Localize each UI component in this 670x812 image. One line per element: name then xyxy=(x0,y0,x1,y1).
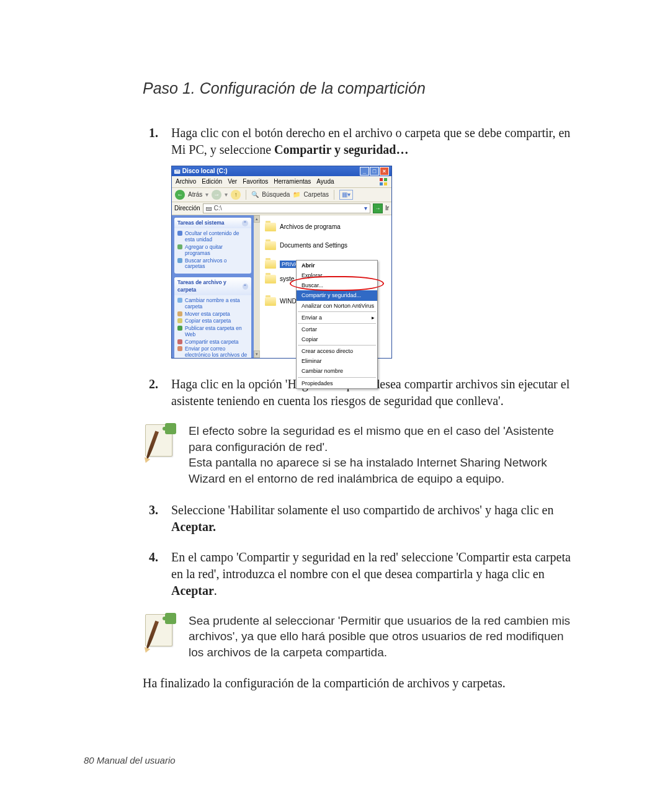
note-paragraph: Esta pantalla no aparece si se ha instal… xyxy=(189,455,577,486)
page-footer: 80 Manual del usuario xyxy=(84,755,176,765)
menu-ver[interactable]: Ver xyxy=(228,177,237,186)
address-field[interactable]: 🖴 C:\ ▾ xyxy=(203,203,370,213)
folder-icon xyxy=(265,260,276,269)
list-number: 3. xyxy=(149,502,158,519)
toolbar: ← Atrás ▾ → ▾ ↑ 🔍 Búsqueda 📁 Carpetas ▦▾ xyxy=(172,188,391,202)
collapse-icon[interactable]: ⌃ xyxy=(242,220,248,226)
folder-icon xyxy=(265,223,276,231)
window-titlebar: 🖴 Disco local (C:) _ □ × xyxy=(172,166,391,176)
maximize-button[interactable]: □ xyxy=(370,167,379,176)
views-button[interactable]: ▦▾ xyxy=(339,190,353,200)
instruction-list-cont: 3. Seleccione 'Habilitar solamente el us… xyxy=(143,502,577,599)
svg-rect-0 xyxy=(380,178,383,181)
folder-item[interactable]: Archivos de programa xyxy=(265,223,386,231)
folder-icon xyxy=(265,241,276,250)
list-number: 4. xyxy=(149,549,158,566)
ctx-cortar[interactable]: Cortar xyxy=(297,324,377,334)
svg-rect-3 xyxy=(384,182,387,185)
explorer-window: 🖴 Disco local (C:) _ □ × Archivo Edición… xyxy=(171,166,392,359)
folder-item[interactable]: Documents and Settings xyxy=(265,241,386,250)
note-block-2: Sea prudente al seleccionar 'Permitir qu… xyxy=(143,613,577,661)
list-number: 1. xyxy=(149,125,158,141)
instruction-bold: Aceptar. xyxy=(171,520,216,533)
instruction-text: En el campo 'Compartir y seguridad en la… xyxy=(171,550,571,581)
note-block-1: El efecto sobre la seguridad es el mismo… xyxy=(143,423,577,487)
instruction-text: Seleccione 'Habilitar solamente el uso c… xyxy=(171,503,553,517)
instruction-list: 1. Haga clic con el botón derecho en el … xyxy=(143,125,577,409)
ctx-renombrar[interactable]: Cambiar nombre xyxy=(297,366,377,376)
list-number: 2. xyxy=(149,376,158,393)
system-tasks-panel: Tareas del sistema⌃ Ocultar el contenido… xyxy=(174,218,251,274)
back-button[interactable]: ← xyxy=(175,190,185,200)
up-button[interactable]: ↑ xyxy=(231,190,241,200)
address-bar: Dirección 🖴 C:\ ▾ → Ir xyxy=(172,202,391,215)
task-search[interactable]: Buscar archivos o carpetas xyxy=(177,257,248,271)
instruction-bold: Compartir y seguridad… xyxy=(274,143,408,156)
menu-archivo[interactable]: Archivo xyxy=(176,177,196,186)
menu-favoritos[interactable]: Favoritos xyxy=(243,177,268,186)
folder-icon xyxy=(265,297,276,306)
task-email[interactable]: Enviar por correo electrónico los archiv… xyxy=(177,346,248,358)
menu-edicion[interactable]: Edición xyxy=(202,177,222,186)
menu-herramientas[interactable]: Herramientas xyxy=(274,177,311,186)
menu-bar: Archivo Edición Ver Favoritos Herramient… xyxy=(172,176,391,188)
instruction-3: 3. Seleccione 'Habilitar solamente el us… xyxy=(171,502,577,535)
folder-label: WIND xyxy=(280,297,297,306)
svg-rect-2 xyxy=(380,182,383,185)
sidebar-scrollbar[interactable]: ▴▾ xyxy=(254,215,260,358)
task-rename[interactable]: Cambiar nombre a esta carpeta xyxy=(177,297,248,311)
note-icon xyxy=(143,613,176,653)
highlight-ring xyxy=(290,276,384,291)
folder-label: Documents and Settings xyxy=(280,241,347,250)
folder-label: Archivos de programa xyxy=(280,223,341,231)
window-title: 🖴 Disco local (C:) xyxy=(174,167,228,176)
ctx-propiedades[interactable]: Propiedades xyxy=(297,378,377,388)
ctx-acceso[interactable]: Crear acceso directo xyxy=(297,346,377,356)
forward-button[interactable]: → xyxy=(212,190,221,200)
go-button[interactable]: → xyxy=(373,203,383,213)
panel-header: Tareas del sistema xyxy=(177,220,224,226)
instruction-bold: Aceptar xyxy=(171,584,214,597)
ctx-abrir[interactable]: Abrir xyxy=(297,261,377,270)
folders-label[interactable]: Carpetas xyxy=(303,190,329,199)
task-add-remove[interactable]: Agregar o quitar programas xyxy=(177,244,248,257)
closing-paragraph: Ha finalizado la configuración de la com… xyxy=(143,675,577,692)
go-label: Ir xyxy=(385,204,389,213)
task-sidebar: Tareas del sistema⌃ Ocultar el contenido… xyxy=(172,215,254,358)
back-label: Atrás xyxy=(188,190,202,199)
collapse-icon[interactable]: ⌃ xyxy=(243,283,248,290)
address-label: Dirección xyxy=(174,204,200,213)
instruction-4: 4. En el campo 'Compartir y seguridad en… xyxy=(171,549,577,599)
task-move[interactable]: Mover esta carpeta xyxy=(177,311,248,318)
explorer-screenshot: 🖴 Disco local (C:) _ □ × Archivo Edición… xyxy=(171,166,577,359)
close-button[interactable]: × xyxy=(380,167,389,176)
note-text: El efecto sobre la seguridad es el mismo… xyxy=(189,423,577,487)
note-text: Sea prudente al seleccionar 'Permitir qu… xyxy=(189,613,577,661)
task-hide-contents[interactable]: Ocultar el contenido de esta unidad xyxy=(177,230,248,244)
ctx-copiar[interactable]: Copiar xyxy=(297,334,377,344)
instruction-dot: . xyxy=(214,584,217,597)
task-copy[interactable]: Copiar esta carpeta xyxy=(177,318,248,325)
note-icon xyxy=(143,423,176,463)
menu-ayuda[interactable]: Ayuda xyxy=(316,177,334,186)
windows-logo-icon xyxy=(379,177,388,186)
panel-header: Tareas de archivo y carpeta xyxy=(177,279,243,293)
instruction-1: 1. Haga clic con el botón derecho en el … xyxy=(171,125,577,359)
ctx-eliminar[interactable]: Eliminar xyxy=(297,356,377,366)
search-label[interactable]: Búsqueda xyxy=(262,190,290,199)
svg-rect-1 xyxy=(384,178,387,181)
task-share[interactable]: Compartir esta carpeta xyxy=(177,339,248,346)
document-page: Paso 1. Configuración de la compartición… xyxy=(0,0,670,812)
folder-icon xyxy=(265,275,276,283)
folder-content: Archivos de programa Documents and Setti… xyxy=(260,215,391,358)
explorer-body: Tareas del sistema⌃ Ocultar el contenido… xyxy=(172,215,391,358)
ctx-compartir[interactable]: Compartir y seguridad... xyxy=(297,290,377,300)
minimize-button[interactable]: _ xyxy=(360,167,369,176)
file-tasks-panel: Tareas de archivo y carpeta⌃ Cambiar nom… xyxy=(174,277,251,358)
ctx-enviar[interactable]: Enviar a▸ xyxy=(297,313,377,323)
note-paragraph: El efecto sobre la seguridad es el mismo… xyxy=(189,423,577,455)
ctx-norton[interactable]: Analizar con Norton AntiVirus xyxy=(297,301,377,311)
step-title: Paso 1. Configuración de la compartición xyxy=(143,79,577,97)
window-buttons: _ □ × xyxy=(360,167,389,176)
task-publish[interactable]: Publicar esta carpeta en Web xyxy=(177,325,248,339)
